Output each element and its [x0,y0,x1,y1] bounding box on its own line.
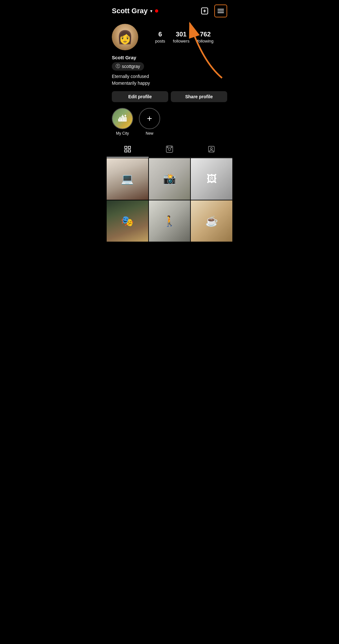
menu-button[interactable] [214,5,227,17]
header-icons [198,5,227,17]
tab-tagged[interactable] [190,141,232,158]
share-profile-button[interactable]: Share profile [171,91,227,102]
notification-dot [155,9,158,13]
story-circle-new: + [139,108,160,129]
story-item-my-city[interactable]: My City [112,108,133,136]
grid-image-man-street [149,200,190,242]
grid-image-woman-back [191,158,232,200]
profile-section: 👩 6 posts 301 followers 762 following Sc… [107,21,232,102]
stories-row: My City + New [107,108,232,136]
svg-point-16 [210,148,212,149]
followers-label: followers [173,39,189,43]
tagged-icon [208,145,215,153]
story-add-icon: + [147,114,152,123]
grid-item-6[interactable] [191,200,232,242]
dropdown-chevron-icon[interactable]: ▾ [150,8,152,14]
add-square-icon [200,7,209,15]
header-left: Scott Gray ▾ [112,7,158,15]
svg-point-14 [171,147,172,148]
avatar-image: 👩 [112,24,138,50]
posts-stat[interactable]: 6 posts [155,31,165,44]
hamburger-menu-icon [217,7,225,15]
grid-image-auditorium [107,200,148,242]
story-image-my-city [112,109,132,129]
svg-point-13 [167,147,168,148]
story-label-my-city: My City [116,131,129,136]
grid-item-3[interactable] [191,158,232,200]
story-circle-my-city [112,108,133,129]
following-count: 762 [197,31,214,38]
grid-item-5[interactable] [149,200,190,242]
svg-rect-9 [125,150,127,152]
story-label-new: New [146,131,153,136]
threads-badge[interactable]: ⓣ scottgray [112,62,144,71]
svg-rect-7 [125,146,127,149]
posts-label: posts [155,39,165,43]
stats-row: 6 posts 301 followers 762 following [141,31,227,44]
tab-reels[interactable] [149,141,190,158]
grid-icon [124,145,131,153]
following-stat[interactable]: 762 following [197,31,214,44]
svg-rect-10 [128,150,131,152]
tab-grid[interactable] [107,141,149,158]
svg-rect-8 [128,146,131,149]
following-label: following [197,39,214,43]
profile-display-name: Scott Gray [112,55,227,60]
tabs-bar [107,141,232,158]
grid-image-photos [149,158,190,200]
add-post-button[interactable] [198,5,211,17]
grid-image-laptop [107,158,148,200]
reels-icon [166,145,173,153]
svg-point-12 [168,148,171,150]
grid-item-2[interactable] [149,158,190,200]
edit-profile-button[interactable]: Edit profile [112,91,168,102]
header: Scott Gray ▾ [107,0,232,21]
bio-line2: Momentarily happy [112,81,150,86]
posts-count: 6 [155,31,165,38]
action-buttons: Edit profile Share profile [112,91,227,102]
grid-item-4[interactable] [107,200,148,242]
profile-top: 👩 6 posts 301 followers 762 following [112,24,227,50]
followers-stat[interactable]: 301 followers [173,31,189,44]
grid-item-1[interactable] [107,158,148,200]
bio-line1: Eternally confused [112,74,149,79]
grid-image-women-cafe [191,200,232,242]
threads-handle: scottgray [122,64,140,69]
header-username: Scott Gray [112,7,148,15]
avatar[interactable]: 👩 [112,24,138,50]
photo-grid [107,158,232,242]
story-item-new[interactable]: + New [139,108,160,136]
bio: Eternally confused Momentarily happy [112,73,227,87]
followers-count: 301 [173,31,189,38]
threads-icon: ⓣ [116,63,120,69]
